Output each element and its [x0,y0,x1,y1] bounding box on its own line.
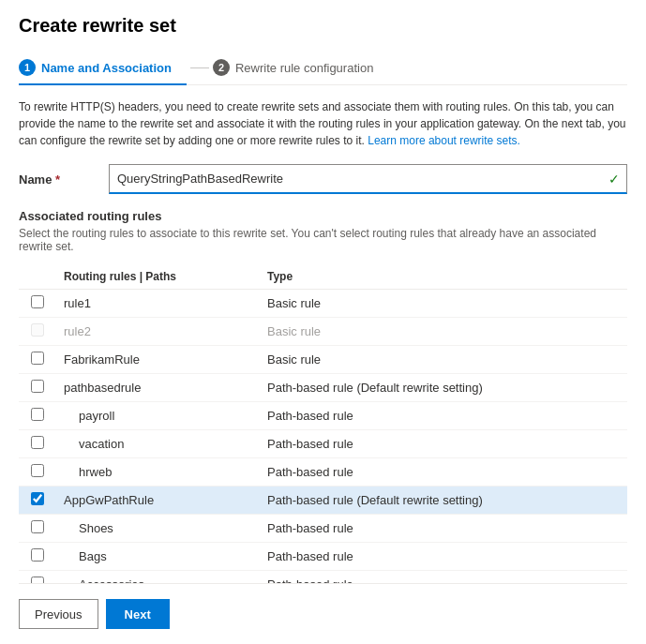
checkbox-cell [19,571,56,584]
row-type: Path-based rule [260,458,627,487]
row-type: Path-based rule [260,543,627,571]
row-checkbox[interactable] [31,323,44,337]
row-checkbox[interactable] [31,352,44,365]
checkbox-cell [19,346,56,374]
tab-label-1: Name and Association [41,61,172,75]
learn-more-link[interactable]: Learn more about rewrite sets. [368,134,520,147]
tabs-row: 1 Name and Association 2 Rewrite rule co… [19,52,627,85]
section-title: Associated routing rules [19,209,627,223]
table-row: rule2Basic rule [19,318,627,346]
checkbox-cell [19,515,56,543]
page-title: Create rewrite set [19,15,627,37]
checkbox-cell [19,458,56,487]
row-checkbox[interactable] [31,548,44,562]
table-body: rule1Basic rulerule2Basic ruleFabrikamRu… [19,290,627,584]
previous-button[interactable]: Previous [19,599,98,629]
checkbox-cell [19,430,56,458]
row-checkbox[interactable] [31,408,44,421]
checkbox-cell [19,374,56,402]
table-row: vacationPath-based rule [19,430,627,458]
tab-rewrite-rule-config[interactable]: 2 Rewrite rule configuration [213,52,388,85]
row-checkbox[interactable] [31,520,44,533]
tab-separator [190,67,209,68]
table-row: ShoesPath-based rule [19,515,627,543]
checkbox-cell [19,402,56,430]
name-input-wrapper: ✓ [109,164,627,194]
row-name: FabrikamRule [56,346,260,374]
row-type: Path-based rule (Default rewrite setting… [260,487,627,515]
name-label: Name * [19,172,94,187]
table-row: FabrikamRuleBasic rule [19,346,627,374]
row-checkbox[interactable] [31,380,44,393]
row-checkbox[interactable] [31,295,44,308]
row-type: Basic rule [260,290,627,318]
checkbox-cell [19,318,56,346]
checkbox-cell [19,487,56,515]
description-text: To rewrite HTTP(S) headers, you need to … [19,98,627,149]
row-name: rule1 [56,290,260,318]
row-name: hrweb [56,458,260,487]
table-row: AppGwPathRulePath-based rule (Default re… [19,487,627,515]
table-header-row: Routing rules | Paths Type [19,264,627,290]
table-row: payrollPath-based rule [19,402,627,430]
row-type: Path-based rule [260,515,627,543]
col-header-checkbox [19,264,56,290]
checkbox-cell [19,543,56,571]
routing-rules-table-container: Routing rules | Paths Type rule1Basic ru… [19,264,627,583]
name-form-row: Name * ✓ [19,164,627,194]
row-name: rule2 [56,318,260,346]
table-row: pathbasedrulePath-based rule (Default re… [19,374,627,402]
row-checkbox[interactable] [31,436,44,449]
col-header-type: Type [260,264,627,290]
name-input[interactable] [109,164,627,194]
row-name: Bags [56,543,260,571]
tab-label-2: Rewrite rule configuration [235,61,373,75]
row-name: payroll [56,402,260,430]
col-header-name: Routing rules | Paths [56,264,260,290]
footer: Previous Next [19,583,627,629]
row-name: AppGwPathRule [56,487,260,515]
tab-circle-2: 2 [213,59,230,76]
row-type: Path-based rule (Default rewrite setting… [260,374,627,402]
tab-circle-1: 1 [19,59,36,76]
row-type: Path-based rule [260,402,627,430]
checkbox-cell [19,290,56,318]
section-desc: Select the routing rules to associate to… [19,227,627,253]
required-star: * [55,172,60,187]
routing-rules-table: Routing rules | Paths Type rule1Basic ru… [19,264,627,583]
row-name: Shoes [56,515,260,543]
tab-name-association[interactable]: 1 Name and Association [19,52,187,85]
row-type: Basic rule [260,346,627,374]
next-button[interactable]: Next [106,599,170,629]
row-type: Path-based rule [260,571,627,584]
table-row: hrwebPath-based rule [19,458,627,487]
row-type: Path-based rule [260,430,627,458]
row-checkbox[interactable] [31,492,44,505]
row-type: Basic rule [260,318,627,346]
row-checkbox[interactable] [31,577,44,583]
table-row: rule1Basic rule [19,290,627,318]
table-row: BagsPath-based rule [19,543,627,571]
row-name: vacation [56,430,260,458]
table-row: AccessoriesPath-based rule [19,571,627,584]
row-name: Accessories [56,571,260,584]
row-checkbox[interactable] [31,464,44,477]
check-icon: ✓ [608,172,620,187]
row-name: pathbasedrule [56,374,260,402]
